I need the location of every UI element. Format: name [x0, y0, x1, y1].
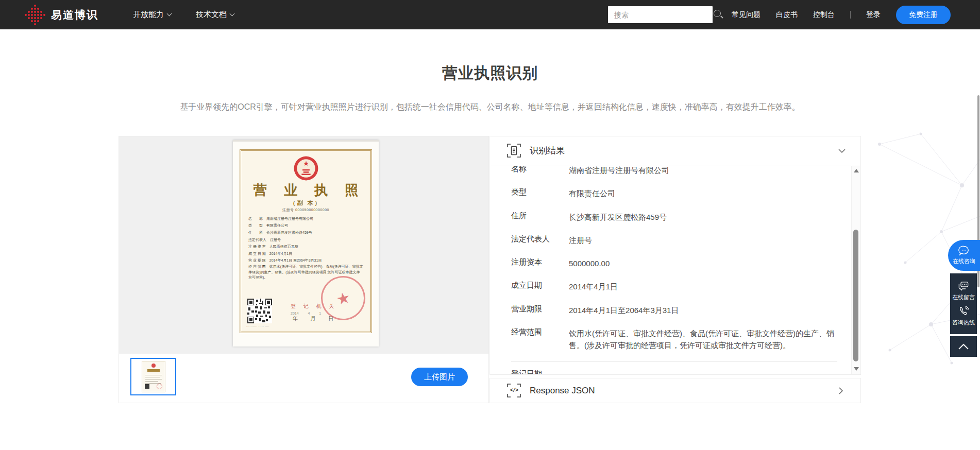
- result-row-label: 注册资本: [511, 257, 569, 269]
- nav-label: 开放能力: [133, 10, 164, 20]
- license-frame: ★ 营 业 执 照 （副 本） 注册号 000050000000000 名 称 …: [240, 149, 372, 333]
- scroll-up-arrow[interactable]: [854, 169, 859, 172]
- nav-label: 技术文档: [196, 10, 227, 20]
- license-fields: 名 称 湖南省注册号注册号有限公司 类 型 有限责任公司 住 所 长沙高新开发区…: [248, 215, 363, 281]
- result-row: 营业期限 2014年4月1日至2064年3月31日: [511, 299, 851, 322]
- json-card-title: Response JSON: [530, 386, 595, 396]
- license-date-faint: 2014 4 1: [291, 311, 321, 315]
- result-scrollbar[interactable]: [851, 166, 860, 374]
- qr-code: [247, 299, 272, 323]
- code-glyph: </>: [507, 384, 521, 397]
- result-row-label: 成立日期: [511, 281, 569, 292]
- result-row-value: 5000000.00: [569, 257, 623, 269]
- search-box: [608, 6, 713, 23]
- result-row: 住所 长沙高新开发区麓松路459号: [511, 205, 851, 229]
- top-links: 常见问题 白皮书 控制台 登录 免费注册: [732, 0, 951, 29]
- license-field: 成 立 日 期 2014年4月1日: [248, 250, 363, 257]
- upload-image-button[interactable]: 上传图片: [411, 368, 468, 386]
- chevron-down-icon[interactable]: [838, 147, 846, 155]
- link-faq[interactable]: 常见问题: [732, 10, 761, 20]
- result-row-label: 类型: [511, 187, 569, 199]
- scroll-down-arrow[interactable]: [854, 367, 859, 371]
- demo-section: ★ 营 业 执 照 （副 本） 注册号 000050000000000 名 称 …: [119, 136, 861, 403]
- scrollbar-thumb[interactable]: [853, 230, 858, 361]
- result-row: 注册资本 5000000.00: [511, 252, 851, 275]
- result-row-label: 住所: [511, 211, 569, 223]
- result-row-label: 名称: [511, 166, 569, 176]
- search-input[interactable]: [608, 11, 712, 19]
- result-row-value: 长沙高新开发区麓松路459号: [569, 211, 680, 223]
- national-emblem-icon: ★: [293, 155, 319, 182]
- nav-item-open-capabilities[interactable]: 开放能力: [133, 10, 171, 20]
- result-row-value: 有限责任公司: [569, 187, 629, 199]
- license-title: 营 业 执 照: [241, 183, 370, 198]
- qr-caption: ·········· ····· ····: [246, 325, 269, 328]
- main-nav: 开放能力 技术文档: [133, 0, 234, 29]
- link-console[interactable]: 控制台: [813, 10, 835, 20]
- page-subtitle: 基于业界领先的OCR引擎，可针对营业执照照片进行识别，包括统一社会信用代码、公司…: [0, 102, 980, 113]
- result-row: 成立日期 2014年4月1日: [511, 275, 851, 298]
- widget-label: 咨询热线: [952, 319, 975, 326]
- license-field: 类 型 有限责任公司: [248, 222, 363, 229]
- nav-item-tech-docs[interactable]: 技术文档: [196, 10, 234, 20]
- result-row-value: 2014年4月1日: [569, 281, 631, 292]
- document-scan-icon: [507, 144, 521, 158]
- result-row-value: 注册号: [569, 234, 605, 246]
- hotline-button[interactable]: 咨询热线: [952, 306, 975, 326]
- page-title: 营业执照识别: [0, 63, 980, 84]
- code-scan-icon: </>: [507, 384, 521, 397]
- license-bottom-area: ·········· ····· ···· 登 记 机 关 2014 4 1 年…: [245, 282, 366, 330]
- logo-text: 易道博识: [51, 8, 98, 22]
- license-field: 营 业 期 限 2014年4月1日 至2064年3月31日: [248, 257, 363, 264]
- license-field: 住 所 长沙高新开发区麓松路459号: [248, 229, 363, 236]
- back-to-top-button[interactable]: [950, 336, 977, 357]
- response-json-card[interactable]: </> Response JSON: [489, 378, 861, 403]
- result-table: 名称 湖南省注册号注册号有限公司 类型 有限责任公司 住所 长沙高新开发区麓松路…: [490, 166, 851, 374]
- result-row: 法定代表人 注册号: [511, 229, 851, 252]
- result-card-header[interactable]: 识别结果: [490, 136, 860, 165]
- online-consult-button[interactable]: 在线咨询: [948, 240, 980, 271]
- result-row: 经营范围 饮用水(凭许可证、审批文件经营)、食品(凭许可证、审批文件经营)的生产…: [511, 322, 851, 357]
- chevron-right-icon[interactable]: [837, 387, 845, 395]
- top-navbar: 易道博识 开放能力 技术文档 常见问题 白皮书 控制台 登录 免费注册: [0, 0, 980, 29]
- result-row-label: 法定代表人: [511, 234, 569, 246]
- search-icon[interactable]: [712, 6, 727, 23]
- chevron-up-icon: [957, 343, 970, 350]
- contact-widget-panel: 在线留言 咨询热线: [950, 273, 977, 334]
- license-field: 法定代表人 注册号: [248, 236, 363, 244]
- chevron-down-icon: [230, 11, 235, 16]
- register-button[interactable]: 免费注册: [896, 6, 951, 24]
- login-link[interactable]: 登录: [866, 10, 881, 20]
- logo-icon: [25, 5, 45, 25]
- license-field: 名 称 湖南省注册号注册号有限公司: [248, 215, 363, 222]
- online-message-button[interactable]: 在线留言: [952, 281, 975, 301]
- widget-label: 在线咨询: [953, 257, 975, 265]
- license-copy-label: （副 本）: [241, 199, 370, 207]
- license-preview-card: ★ 营 业 执 照 （副 本） 注册号 000050000000000 名 称 …: [119, 136, 489, 403]
- message-bubbles-icon: [958, 281, 969, 291]
- stamp-star-icon: ★: [319, 274, 368, 323]
- license-reg-number: 注册号 000050000000000: [241, 207, 370, 213]
- chevron-down-icon: [167, 11, 172, 16]
- license-image-stage: ★ 营 业 执 照 （副 本） 注册号 000050000000000 名 称 …: [119, 136, 488, 354]
- license-image: ★ 营 业 执 照 （副 本） 注册号 000050000000000 名 称 …: [233, 140, 379, 347]
- result-row-value: 饮用水(凭许可证、审批文件经营)、食品(凭许可证、审批文件经营)的生产、销售。(…: [569, 327, 851, 352]
- result-row: 类型 有限责任公司: [511, 182, 851, 205]
- sample-thumbnail-selected[interactable]: [130, 358, 176, 395]
- link-whitepaper[interactable]: 白皮书: [776, 10, 798, 20]
- widget-label: 在线留言: [952, 293, 975, 301]
- divider: [850, 11, 851, 19]
- result-row-label: 经营范围: [511, 327, 569, 352]
- phone-icon: [958, 306, 969, 317]
- page: 易道博识 开放能力 技术文档 常见问题 白皮书 控制台 登录 免费注册 营业执照…: [0, 0, 980, 450]
- svg-text:★: ★: [303, 160, 309, 167]
- result-row: 登记日期: [511, 362, 837, 374]
- logo[interactable]: 易道博识: [25, 0, 98, 29]
- chat-bubble-icon: [958, 246, 970, 256]
- recognition-result-card: 识别结果 名称 湖南省注册号注册号有限公司 类型 有限责任公司 住所 长沙高新开…: [489, 136, 861, 375]
- result-row-value: 2014年4月1日至2064年3月31日: [569, 304, 692, 316]
- result-card-title: 识别结果: [530, 145, 565, 157]
- license-field: 注 册 资 本 人民币伍佰万元整: [248, 243, 363, 250]
- result-row: 名称 湖南省注册号注册号有限公司: [511, 166, 851, 182]
- thumbnail-license-image: [142, 361, 165, 392]
